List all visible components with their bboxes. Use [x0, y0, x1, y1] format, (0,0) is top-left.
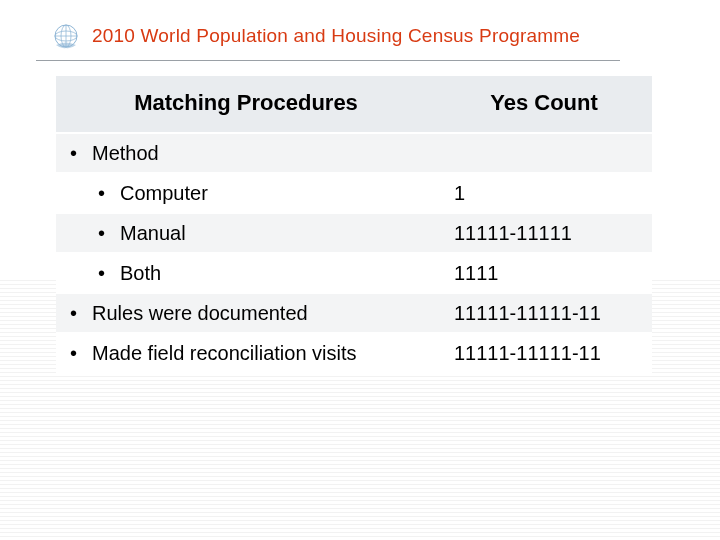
- row-label: Computer: [120, 180, 208, 206]
- row-yes: 11111-11111: [436, 213, 652, 253]
- row-yes: 11111-11111-11: [436, 293, 652, 333]
- bullet-icon: •: [70, 340, 92, 366]
- row-label: Made field reconciliation visits: [92, 340, 357, 366]
- table-row: • Method: [56, 133, 652, 173]
- bullet-icon: •: [98, 220, 120, 246]
- row-method: • Method: [70, 140, 426, 166]
- row-yes: 11111-11111-11: [436, 333, 652, 373]
- row-both: • Both: [70, 260, 426, 286]
- table-row: • Both 1111: [56, 253, 652, 293]
- bullet-icon: •: [98, 260, 120, 286]
- row-rules-documented: • Rules were documented: [70, 300, 426, 326]
- row-label: Rules were documented: [92, 300, 308, 326]
- row-field-reconciliation: • Made field reconciliation visits: [70, 340, 426, 366]
- table-row: • Rules were documented 11111-11111-11: [56, 293, 652, 333]
- row-yes: [436, 133, 652, 173]
- row-yes: 1111: [436, 253, 652, 293]
- slide-header: 2010 World Population and Housing Census…: [50, 14, 620, 58]
- row-label: Manual: [120, 220, 186, 246]
- bullet-icon: •: [70, 140, 92, 166]
- programme-title: 2010 World Population and Housing Census…: [92, 25, 580, 47]
- table-row: • Made field reconciliation visits 11111…: [56, 333, 652, 373]
- col-header-yes-count: Yes Count: [436, 76, 652, 133]
- header-divider: [36, 60, 620, 61]
- un-logo-icon: [50, 20, 82, 52]
- table-row: • Manual 11111-11111: [56, 213, 652, 253]
- row-manual: • Manual: [70, 220, 426, 246]
- row-computer: • Computer: [70, 180, 426, 206]
- col-header-procedures: Matching Procedures: [56, 76, 436, 133]
- bullet-icon: •: [70, 300, 92, 326]
- matching-procedures-table: Matching Procedures Yes Count • Method •: [56, 76, 652, 374]
- row-label: Method: [92, 140, 159, 166]
- table-header-row: Matching Procedures Yes Count: [56, 76, 652, 133]
- row-label: Both: [120, 260, 161, 286]
- table-row: • Computer 1: [56, 173, 652, 213]
- bullet-icon: •: [98, 180, 120, 206]
- row-yes: 1: [436, 173, 652, 213]
